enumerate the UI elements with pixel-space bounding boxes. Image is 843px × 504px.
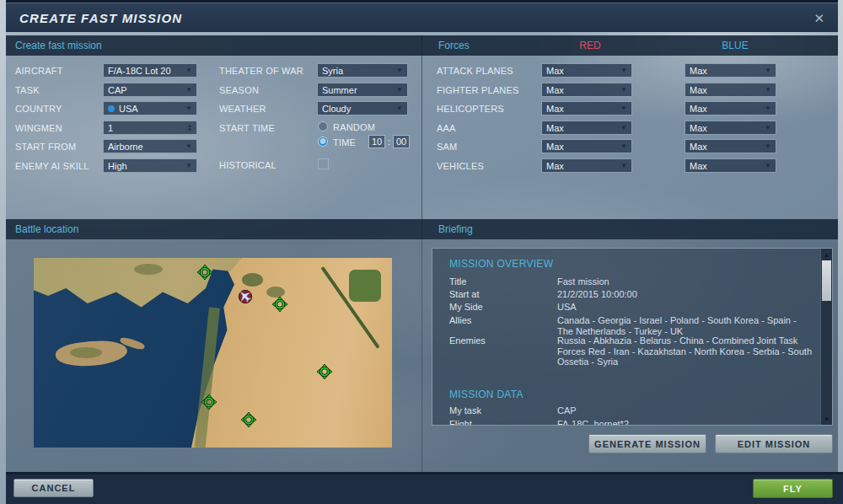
red-fighter-planes-dropdown[interactable]: Max ▼ [541, 83, 632, 97]
player-aircraft-marker[interactable] [237, 288, 252, 303]
background-sky-left [0, 0, 6, 504]
weather-value: Cloudy [322, 104, 351, 114]
chevron-down-icon: ▼ [620, 142, 627, 150]
briefing-field-label: Start at [449, 289, 479, 299]
section-title-briefing: Briefing [438, 223, 473, 235]
chevron-down-icon: ▼ [620, 86, 627, 94]
enemy-ai-skill-label: ENEMY AI SKILL [15, 161, 89, 171]
random-time-radio[interactable] [318, 121, 328, 131]
target-marker-icon[interactable] [197, 265, 212, 280]
random-time-radio-label: RANDOM [333, 122, 375, 132]
bottom-bar: CANCEL FLY [6, 475, 843, 504]
red-attack-planes-dropdown[interactable]: Max ▼ [541, 63, 632, 78]
task-value: CAP [108, 85, 127, 95]
fixed-time-radio[interactable] [318, 137, 328, 147]
dropdown-value: Max [546, 104, 564, 114]
chevron-down-icon: ▼ [185, 67, 192, 74]
red-vehicles-dropdown[interactable]: Max ▼ [541, 158, 632, 173]
theater-dropdown[interactable]: Syria ▼ [317, 63, 408, 78]
forces-red-header: RED [561, 40, 620, 51]
task-dropdown[interactable]: CAP ▼ [103, 83, 197, 97]
briefing-field-value: Russia - Abkhazia - Belarus - China - Co… [557, 335, 814, 367]
blue-vehicles-dropdown[interactable]: Max ▼ [685, 158, 776, 173]
scroll-up-icon[interactable]: ▲ [821, 249, 832, 260]
dropdown-value: Max [546, 123, 564, 133]
target-marker-icon[interactable] [241, 412, 256, 427]
weather-label: WEATHER [219, 104, 266, 114]
section-title-create: Create fast mission [15, 40, 102, 51]
time-separator: : [388, 137, 390, 147]
country-dropdown[interactable]: USA ▼ [103, 101, 197, 115]
dropdown-value: Max [546, 66, 564, 76]
map-terrain [70, 347, 102, 359]
background-sky-right [838, 0, 843, 504]
scroll-down-icon[interactable]: ▼ [821, 414, 832, 424]
close-icon[interactable]: ✕ [813, 12, 824, 24]
target-marker-icon[interactable] [201, 394, 217, 410]
title-bar: CREATE FAST MISSION ✕ [6, 3, 838, 32]
start-from-value: Airborne [108, 142, 143, 152]
briefing-field-value: USA [557, 302, 814, 313]
stepper-down-icon[interactable]: ▼ [187, 128, 192, 132]
historical-checkbox[interactable] [318, 158, 329, 169]
briefing-field-label: My task [449, 405, 481, 416]
red-helicopters-dropdown[interactable]: Max ▼ [541, 101, 632, 115]
chevron-down-icon: ▼ [620, 124, 627, 131]
briefing-field-label: Enemies [449, 335, 486, 346]
dropdown-value: Max [546, 85, 564, 95]
wingmen-value: 1 [108, 123, 113, 133]
wingmen-stepper[interactable]: 1 ▲ ▼ [103, 121, 197, 135]
blue-sam-dropdown[interactable]: Max ▼ [685, 139, 776, 153]
chevron-down-icon: ▼ [396, 86, 403, 94]
wingmen-label: WINGMEN [15, 123, 62, 133]
blue-attack-planes-dropdown[interactable]: Max ▼ [685, 63, 776, 78]
enemy-ai-skill-dropdown[interactable]: High ▼ [103, 158, 197, 173]
fly-button[interactable]: FLY [753, 479, 833, 498]
briefing-field-value: CAP [557, 405, 814, 416]
cancel-button[interactable]: CANCEL [13, 479, 94, 497]
briefing-field-label: Title [449, 276, 466, 287]
map-terrain [349, 270, 381, 302]
chevron-down-icon: ▼ [396, 67, 403, 74]
blue-fighter-planes-dropdown[interactable]: Max ▼ [685, 83, 776, 97]
briefing-field-value: 21/2/2015 10:00:00 [557, 289, 814, 300]
generate-mission-button[interactable]: GENERATE MISSION [588, 434, 706, 453]
dropdown-value: Max [690, 104, 707, 114]
hour-input[interactable]: 10 [368, 135, 385, 148]
blue-helicopters-dropdown[interactable]: Max ▼ [685, 101, 776, 115]
red-aaa-dropdown[interactable]: Max ▼ [541, 121, 632, 135]
battle-location-map[interactable] [34, 258, 392, 448]
theater-label: THEATER OF WAR [219, 66, 303, 76]
start-from-dropdown[interactable]: Airborne ▼ [103, 139, 197, 153]
season-dropdown[interactable]: Summer ▼ [317, 83, 408, 97]
target-marker-icon[interactable] [317, 364, 332, 379]
aircraft-label: AIRCRAFT [15, 66, 63, 76]
stepper-arrows-icon[interactable]: ▲ ▼ [187, 124, 192, 132]
start-from-label: START FROM [15, 142, 76, 152]
briefing-panel[interactable]: MISSION OVERVIEW Title Fast mission Star… [432, 248, 833, 426]
forces-row-label: VEHICLES [437, 161, 484, 171]
forces-row-label: AAA [437, 123, 456, 133]
dropdown-value: Max [690, 142, 707, 152]
edit-mission-button[interactable]: EDIT MISSION [715, 434, 833, 453]
dropdown-value: Max [690, 85, 707, 95]
aircraft-dropdown[interactable]: F/A-18C Lot 20 ▼ [103, 63, 197, 78]
minute-input[interactable]: 00 [393, 135, 410, 148]
scrollbar-thumb[interactable] [822, 260, 831, 301]
weather-dropdown[interactable]: Cloudy ▼ [317, 101, 408, 115]
dropdown-value: Max [690, 161, 707, 171]
start-time-label: START TIME [219, 123, 275, 133]
section-band-bottom: Battle location Briefing [6, 219, 838, 239]
target-marker-icon[interactable] [272, 297, 287, 312]
task-label: TASK [15, 85, 40, 95]
blue-aaa-dropdown[interactable]: Max ▼ [685, 121, 776, 135]
red-sam-dropdown[interactable]: Max ▼ [541, 139, 632, 153]
fixed-time-radio-label: TIME [333, 137, 356, 147]
dropdown-value: Max [690, 123, 707, 133]
theater-value: Syria [322, 66, 343, 76]
map-terrain [242, 273, 264, 287]
country-flag-icon [108, 105, 115, 112]
briefing-field-value: Canada - Georgia - Israel - Poland - Sou… [557, 315, 814, 336]
forces-row-label: SAM [437, 142, 457, 152]
briefing-scrollbar[interactable]: ▲ ▼ [820, 249, 832, 425]
